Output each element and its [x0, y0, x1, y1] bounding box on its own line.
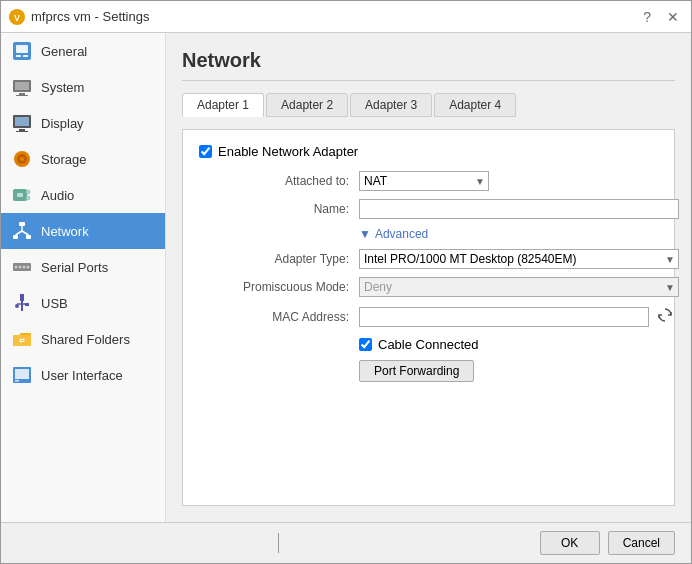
svg-line-26 — [22, 231, 29, 235]
port-forwarding-row: Port Forwarding — [359, 360, 658, 382]
panel-title: Network — [182, 49, 675, 81]
promiscuous-label: Promiscuous Mode: — [199, 280, 359, 294]
promiscuous-control: Deny Allow VMs Allow All ▼ — [359, 277, 679, 297]
sidebar-label-audio: Audio — [41, 188, 74, 203]
sidebar-item-usb[interactable]: USB — [1, 285, 165, 321]
advanced-row[interactable]: ▼ Advanced — [199, 227, 658, 241]
sidebar-item-shared-folders[interactable]: ⇄ Shared Folders — [1, 321, 165, 357]
sidebar-item-storage[interactable]: Storage — [1, 141, 165, 177]
sidebar-item-system[interactable]: System — [1, 69, 165, 105]
svg-text:V: V — [14, 13, 20, 23]
ok-button[interactable]: OK — [540, 531, 600, 555]
help-button[interactable]: ? — [639, 7, 655, 27]
serial-ports-icon — [11, 256, 33, 278]
mac-address-input[interactable]: 0800271A3AE1 — [359, 307, 649, 327]
sidebar-label-general: General — [41, 44, 87, 59]
promiscuous-row: Promiscuous Mode: Deny Allow VMs Allow A… — [199, 277, 658, 297]
attached-to-row: Attached to: NAT Bridged Adapter Interna… — [199, 171, 658, 191]
tab-adapter3[interactable]: Adapter 3 — [350, 93, 432, 117]
sidebar-item-audio[interactable]: Audio — [1, 177, 165, 213]
sidebar-label-storage: Storage — [41, 152, 87, 167]
adapter-type-row: Adapter Type: Intel PRO/1000 MT Desktop … — [199, 249, 658, 269]
storage-icon — [11, 148, 33, 170]
name-input[interactable] — [359, 199, 679, 219]
promiscuous-select-wrapper: Deny Allow VMs Allow All ▼ — [359, 277, 679, 297]
cable-connected-row: Cable Connected — [359, 337, 658, 352]
sidebar: General System — [1, 33, 166, 522]
shared-folders-icon: ⇄ — [11, 328, 33, 350]
tab-adapter4[interactable]: Adapter 4 — [434, 93, 516, 117]
cable-connected-label[interactable]: Cable Connected — [378, 337, 478, 352]
content-area: General System — [1, 33, 691, 522]
svg-point-18 — [26, 190, 30, 194]
mac-address-label: MAC Address: — [199, 310, 359, 324]
svg-point-28 — [15, 266, 18, 269]
adapter-tabs: Adapter 1 Adapter 2 Adapter 3 Adapter 4 — [182, 93, 675, 117]
cable-connected-checkbox[interactable] — [359, 338, 372, 351]
user-interface-icon — [11, 364, 33, 386]
system-icon — [11, 76, 33, 98]
network-icon — [11, 220, 33, 242]
sidebar-item-network[interactable]: Network — [1, 213, 165, 249]
name-row: Name: — [199, 199, 658, 219]
cancel-button[interactable]: Cancel — [608, 531, 675, 555]
footer-center — [17, 533, 540, 553]
display-icon — [11, 112, 33, 134]
attached-to-label: Attached to: — [199, 174, 359, 188]
name-control — [359, 199, 679, 219]
svg-rect-4 — [16, 55, 21, 57]
promiscuous-select[interactable]: Deny Allow VMs Allow All — [359, 277, 679, 297]
svg-point-16 — [20, 157, 24, 161]
advanced-text: Advanced — [375, 227, 428, 241]
svg-rect-21 — [19, 222, 25, 226]
svg-rect-12 — [19, 129, 25, 131]
svg-rect-8 — [19, 93, 25, 95]
sidebar-label-serial-ports: Serial Ports — [41, 260, 108, 275]
sidebar-item-serial-ports[interactable]: Serial Ports — [1, 249, 165, 285]
attached-to-select-wrapper: NAT Bridged Adapter Internal Network Hos… — [359, 171, 489, 191]
svg-point-35 — [15, 304, 19, 308]
port-forwarding-button[interactable]: Port Forwarding — [359, 360, 474, 382]
svg-rect-23 — [26, 235, 31, 239]
sidebar-item-general[interactable]: General — [1, 33, 165, 69]
panel-body: Enable Network Adapter Attached to: NAT … — [182, 129, 675, 506]
footer: OK Cancel — [1, 522, 691, 563]
mac-refresh-button[interactable] — [655, 305, 675, 329]
tab-adapter2[interactable]: Adapter 2 — [266, 93, 348, 117]
svg-rect-13 — [16, 131, 28, 132]
app-icon: V — [9, 9, 25, 25]
main-panel: Network Adapter 1 Adapter 2 Adapter 3 Ad… — [166, 33, 691, 522]
adapter-type-select[interactable]: Intel PRO/1000 MT Desktop (82540EM) Inte… — [359, 249, 679, 269]
window-title: mfprcs vm - Settings — [31, 9, 149, 24]
enable-adapter-label[interactable]: Enable Network Adapter — [218, 144, 358, 159]
svg-point-19 — [26, 196, 30, 200]
enable-adapter-row: Enable Network Adapter — [199, 144, 658, 159]
sidebar-label-network: Network — [41, 224, 89, 239]
settings-window: V mfprcs vm - Settings ? ✕ — [0, 0, 692, 564]
general-icon — [11, 40, 33, 62]
advanced-triangle-icon: ▼ — [359, 227, 371, 241]
tab-adapter1[interactable]: Adapter 1 — [182, 93, 264, 117]
enable-adapter-checkbox[interactable] — [199, 145, 212, 158]
svg-rect-9 — [16, 95, 28, 96]
attached-to-select[interactable]: NAT Bridged Adapter Internal Network Hos… — [359, 171, 489, 191]
sidebar-item-user-interface[interactable]: User Interface — [1, 357, 165, 393]
sidebar-label-shared-folders: Shared Folders — [41, 332, 130, 347]
sidebar-label-user-interface: User Interface — [41, 368, 123, 383]
svg-rect-39 — [15, 369, 29, 379]
footer-divider — [278, 533, 279, 553]
adapter-type-control: Intel PRO/1000 MT Desktop (82540EM) Inte… — [359, 249, 679, 269]
svg-rect-36 — [25, 303, 29, 306]
audio-icon — [11, 184, 33, 206]
svg-text:⇄: ⇄ — [19, 337, 25, 344]
advanced-label: ▼ Advanced — [359, 227, 428, 241]
svg-line-25 — [16, 231, 23, 235]
titlebar-controls: ? ✕ — [639, 7, 683, 27]
footer-buttons: OK Cancel — [540, 531, 675, 555]
adapter-type-label: Adapter Type: — [199, 252, 359, 266]
mac-address-row: MAC Address: 0800271A3AE1 — [199, 305, 658, 329]
close-button[interactable]: ✕ — [663, 7, 683, 27]
sidebar-label-system: System — [41, 80, 84, 95]
svg-rect-22 — [13, 235, 18, 239]
sidebar-item-display[interactable]: Display — [1, 105, 165, 141]
